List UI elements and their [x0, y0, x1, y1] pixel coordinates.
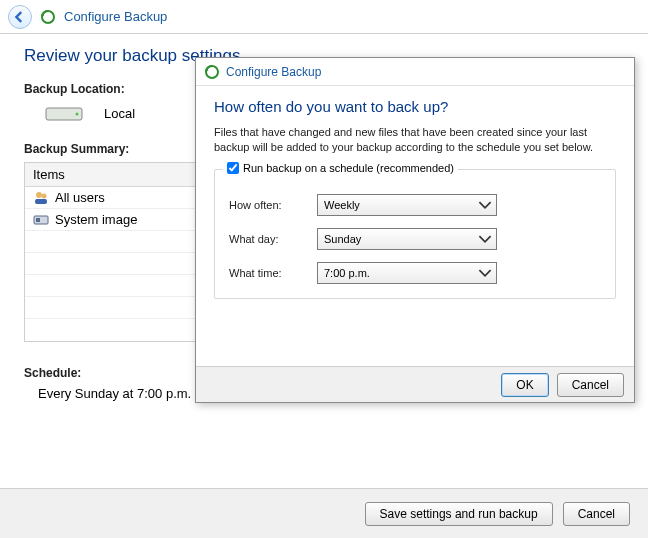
schedule-dialog: Configure Backup How often do you want t…	[195, 57, 635, 403]
configure-backup-icon	[40, 9, 56, 25]
svg-point-4	[36, 192, 42, 198]
run-on-schedule-checkbox[interactable]	[227, 162, 239, 174]
what-time-label: What time:	[229, 267, 289, 279]
how-often-combo[interactable]: Weekly	[317, 194, 497, 216]
dialog-heading: How often do you want to back up?	[214, 98, 616, 115]
window-title: Configure Backup	[64, 9, 167, 24]
system-image-icon	[33, 212, 49, 228]
chevron-down-icon	[478, 198, 492, 212]
svg-rect-8	[36, 218, 40, 222]
back-button[interactable]	[8, 5, 32, 29]
save-and-run-button[interactable]: Save settings and run backup	[365, 502, 553, 526]
drive-icon	[44, 102, 84, 124]
users-icon	[33, 190, 49, 206]
what-day-label: What day:	[229, 233, 289, 245]
svg-point-3	[76, 113, 79, 116]
schedule-fieldset: Run backup on a schedule (recommended) H…	[214, 169, 616, 299]
what-time-value: 7:00 p.m.	[324, 267, 370, 279]
chevron-down-icon	[478, 266, 492, 280]
how-often-value: Weekly	[324, 199, 360, 211]
dialog-description: Files that have changed and new files th…	[214, 125, 616, 155]
what-day-combo[interactable]: Sunday	[317, 228, 497, 250]
what-day-value: Sunday	[324, 233, 361, 245]
dialog-cancel-button[interactable]: Cancel	[557, 373, 624, 397]
dialog-title: Configure Backup	[226, 65, 321, 79]
how-often-label: How often:	[229, 199, 289, 211]
backup-location-value: Local	[104, 106, 135, 121]
ok-button[interactable]: OK	[501, 373, 548, 397]
cancel-button[interactable]: Cancel	[563, 502, 630, 526]
table-cell: System image	[55, 212, 137, 227]
configure-backup-icon	[204, 64, 220, 80]
what-time-combo[interactable]: 7:00 p.m.	[317, 262, 497, 284]
svg-point-5	[42, 193, 47, 198]
schedule-value: Every Sunday at 7:00 p.m.	[38, 386, 191, 401]
chevron-down-icon	[478, 232, 492, 246]
run-on-schedule-label: Run backup on a schedule (recommended)	[243, 162, 454, 174]
window-titlebar: Configure Backup	[0, 0, 648, 34]
table-cell: All users	[55, 190, 105, 205]
dialog-footer: OK Cancel	[196, 366, 634, 402]
window-footer: Save settings and run backup Cancel	[0, 488, 648, 538]
dialog-titlebar: Configure Backup	[196, 58, 634, 86]
back-arrow-icon	[14, 11, 26, 23]
svg-rect-6	[35, 199, 47, 204]
